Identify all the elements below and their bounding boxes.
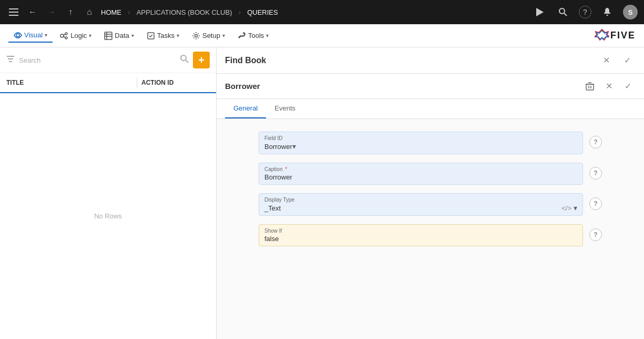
field-id-field: Field ID Borrower ▾ <box>259 132 583 154</box>
svg-point-6 <box>16 34 19 37</box>
svg-point-17 <box>195 34 197 37</box>
current-label[interactable]: QUERIES <box>247 8 278 16</box>
toolbar-setup-chevron: ▾ <box>222 33 225 38</box>
caption-help-icon[interactable]: ? <box>589 167 602 180</box>
panel-confirm-button[interactable]: ✓ <box>619 52 636 69</box>
show-if-help-icon[interactable]: ? <box>589 228 602 241</box>
play-icon[interactable] <box>533 5 547 19</box>
svg-rect-0 <box>9 8 18 9</box>
sidebar-search-bar: + <box>0 47 216 73</box>
field-id-help-icon[interactable]: ? <box>589 136 602 148</box>
caption-required-marker: * <box>283 166 287 172</box>
svg-point-9 <box>65 37 67 39</box>
toolbar-setup-label: Setup <box>202 32 220 39</box>
field-id-label: Field ID <box>264 135 296 141</box>
toolbar: Visual ▾ Logic ▾ Data ▾ Tasks ▾ Setup ▾ … <box>0 24 644 47</box>
toolbar-item-logic[interactable]: Logic ▾ <box>55 29 97 42</box>
toolbar-visual-label: Visual <box>24 31 43 39</box>
filter-icon[interactable] <box>6 55 15 65</box>
caption-value[interactable]: Borrower <box>264 173 577 181</box>
top-nav: ← → ↑ ⌂ HOME › APPLICATIONS (BOOK CLUB) … <box>0 0 644 24</box>
search-input[interactable] <box>19 56 176 64</box>
show-if-value[interactable]: false <box>264 235 577 243</box>
toolbar-logic-chevron: ▾ <box>89 33 91 38</box>
panel-header-actions: ✕ ✓ <box>598 52 636 69</box>
svg-point-7 <box>60 34 64 37</box>
toolbar-data-chevron: ▾ <box>131 33 134 38</box>
five-logo-text: FIVE <box>610 30 636 41</box>
up-button[interactable]: ↑ <box>63 5 78 19</box>
form-area: Field ID Borrower ▾ ? Caption * Borrower <box>217 119 644 339</box>
caption-row: Caption * Borrower ? <box>259 163 602 185</box>
toolbar-tasks-label: Tasks <box>157 32 175 39</box>
toolbar-item-visual[interactable]: Visual ▾ <box>8 29 53 43</box>
sidebar-table-header: Title Action ID <box>0 73 216 93</box>
svg-line-24 <box>186 60 188 63</box>
caption-field: Caption * Borrower <box>259 163 583 185</box>
toolbar-tools-chevron: ▾ <box>266 33 269 38</box>
svg-line-10 <box>64 34 66 35</box>
user-avatar[interactable]: S <box>623 5 638 19</box>
svg-rect-2 <box>9 15 18 16</box>
svg-point-4 <box>559 8 565 14</box>
panel-header: Find Book ✕ ✓ <box>217 47 644 74</box>
tab-events[interactable]: Events <box>266 99 304 118</box>
help-icon[interactable]: ? <box>579 6 591 18</box>
home-label[interactable]: HOME <box>101 8 121 16</box>
svg-rect-12 <box>105 32 112 39</box>
toolbar-item-data[interactable]: Data ▾ <box>99 29 139 42</box>
borrower-title: Borrower <box>225 82 582 91</box>
svg-line-5 <box>564 13 567 16</box>
forward-button[interactable]: → <box>44 5 59 19</box>
add-button[interactable]: + <box>193 52 210 68</box>
display-type-field: Display Type _Text </> ▾ <box>259 193 583 216</box>
display-type-icons: </> ▾ <box>561 204 577 212</box>
code-icon[interactable]: </> <box>561 204 571 212</box>
search-icon[interactable] <box>556 5 570 19</box>
display-type-value: _Text <box>264 204 281 212</box>
svg-rect-25 <box>586 84 594 90</box>
display-type-dropdown-icon[interactable]: ▾ <box>574 204 577 212</box>
toolbar-logic-label: Logic <box>70 32 87 39</box>
breadcrumb-sep-2: › <box>238 8 241 16</box>
toolbar-item-tools[interactable]: Tools ▾ <box>232 29 274 42</box>
search-magnify-icon[interactable] <box>180 55 189 65</box>
borrower-close-button[interactable]: ✕ <box>601 78 617 94</box>
svg-point-8 <box>65 33 67 35</box>
no-rows-message: No Rows <box>0 93 216 339</box>
borrower-confirm-button[interactable]: ✓ <box>620 78 636 94</box>
col-separator <box>137 77 137 88</box>
tabs-bar: General Events <box>217 99 644 119</box>
top-nav-right: ? S <box>533 5 638 19</box>
five-logo: FIVE <box>595 28 636 43</box>
show-if-field: Show If false <box>259 224 583 246</box>
svg-rect-1 <box>9 12 18 13</box>
show-if-row: Show If false ? <box>259 224 602 246</box>
panel-close-button[interactable]: ✕ <box>598 52 615 69</box>
bell-icon[interactable] <box>600 5 615 19</box>
sidebar: + Title Action ID No Rows <box>0 47 217 339</box>
borrower-actions: ✕ ✓ <box>582 78 636 94</box>
right-panel: Find Book ✕ ✓ Borrower ✕ ✓ General Event… <box>217 47 644 339</box>
tab-general[interactable]: General <box>225 99 266 118</box>
toolbar-data-label: Data <box>115 32 129 39</box>
display-type-label: Display Type <box>264 197 577 203</box>
field-id-row: Field ID Borrower ▾ ? <box>259 132 602 154</box>
col-action-id: Action ID <box>141 79 210 86</box>
main-content: + Title Action ID No Rows Find Book ✕ ✓ … <box>0 47 644 339</box>
back-button[interactable]: ← <box>25 5 40 19</box>
field-id-dropdown-icon[interactable]: ▾ <box>292 142 296 151</box>
caption-label: Caption * <box>264 166 577 172</box>
toolbar-item-tasks[interactable]: Tasks ▾ <box>141 29 185 42</box>
home-icon: ⌂ <box>82 5 97 19</box>
field-id-label-container: Field ID Borrower ▾ <box>264 135 296 151</box>
toolbar-item-setup[interactable]: Setup ▾ <box>187 29 230 42</box>
toolbar-tools-label: Tools <box>248 32 264 39</box>
toolbar-tasks-chevron: ▾ <box>177 33 179 38</box>
display-type-help-icon[interactable]: ? <box>589 197 602 210</box>
col-title: Title <box>6 79 132 86</box>
borrower-delete-button[interactable] <box>582 78 598 94</box>
breadcrumb-sep-1: › <box>128 8 130 16</box>
app-label[interactable]: APPLICATIONS (BOOK CLUB) <box>137 8 232 16</box>
menu-icon[interactable] <box>6 5 21 19</box>
